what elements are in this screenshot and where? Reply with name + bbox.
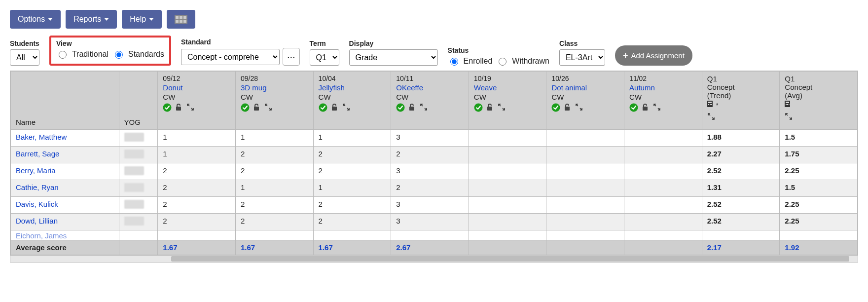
score-cell[interactable]: 2 [158, 163, 236, 180]
student-link[interactable]: Baker, Matthew [16, 133, 67, 141]
score-cell[interactable]: 1 [313, 130, 391, 147]
student-link[interactable]: Barrett, Sage [16, 150, 59, 158]
lock-open-icon[interactable] [330, 103, 339, 112]
score-cell[interactable] [469, 214, 546, 230]
average-cell [624, 240, 702, 255]
assignment-name-link[interactable]: Donut [163, 83, 182, 92]
score-cell[interactable] [469, 130, 546, 147]
view-standards-radio[interactable] [115, 51, 123, 59]
student-link[interactable]: Dowd, Lillian [16, 217, 58, 225]
lock-open-icon[interactable] [486, 103, 495, 112]
score-cell[interactable]: 2 [158, 180, 236, 197]
score-cell[interactable] [469, 180, 546, 197]
score-cell[interactable]: 2 [235, 163, 313, 180]
score-cell[interactable]: 2 [313, 163, 391, 180]
score-cell[interactable] [624, 214, 702, 230]
score-cell[interactable] [546, 197, 624, 214]
horizontal-scrollbar[interactable] [10, 255, 858, 262]
score-cell[interactable] [624, 163, 702, 180]
score-cell[interactable]: 2 [235, 147, 313, 163]
assignment-name-link[interactable]: OKeeffe [396, 83, 423, 92]
score-cell[interactable]: 2 [313, 147, 391, 163]
score-cell[interactable]: 3 [391, 130, 469, 147]
lock-open-icon[interactable] [563, 103, 572, 112]
expand-icon[interactable] [653, 103, 662, 112]
expand-icon[interactable] [264, 103, 273, 112]
grid-view-button[interactable] [167, 10, 195, 29]
add-assignment-button[interactable]: + Add Assignment [615, 45, 692, 66]
score-cell[interactable]: 2 [391, 180, 469, 197]
score-cell[interactable] [546, 214, 624, 230]
lock-open-icon[interactable] [253, 103, 261, 112]
students-select[interactable]: All [10, 49, 39, 66]
status-enrolled-radio[interactable] [450, 58, 458, 66]
score-cell[interactable] [546, 147, 624, 163]
assignment-name-link[interactable]: Jellyfish [319, 83, 345, 92]
yog-header: YOG [119, 72, 158, 130]
score-cell[interactable]: 2 [313, 214, 391, 230]
score-cell[interactable]: 2 [313, 197, 391, 214]
standard-more-button[interactable]: ··· [283, 48, 300, 66]
score-cell[interactable]: 1 [313, 180, 391, 197]
expand-icon[interactable] [575, 103, 584, 112]
score-cell[interactable] [469, 197, 546, 214]
reports-button[interactable]: Reports [66, 10, 117, 29]
score-cell[interactable] [546, 163, 624, 180]
score-cell[interactable] [469, 147, 546, 163]
expand-icon[interactable] [342, 103, 351, 112]
score-cell[interactable]: 1 [158, 147, 236, 163]
assignment-name-link[interactable]: Weave [474, 83, 497, 92]
score-cell[interactable] [624, 130, 702, 147]
score-cell[interactable]: 2 [391, 147, 469, 163]
assignment-name-link[interactable]: 3D mug [241, 83, 267, 92]
assignment-category: CW [551, 93, 619, 101]
score-cell[interactable]: 2 [158, 197, 236, 214]
score-cell[interactable]: 2 [235, 197, 313, 214]
term-select[interactable]: Q1 [310, 49, 339, 66]
score-cell[interactable]: 3 [391, 163, 469, 180]
student-link[interactable]: Cathie, Ryan [16, 183, 59, 191]
score-cell[interactable] [624, 180, 702, 197]
score-cell[interactable]: 1 [235, 180, 313, 197]
score-cell[interactable]: 2 [158, 214, 236, 230]
student-row: Berry, Maria22232.522.25 [11, 163, 858, 180]
summary-cell: 2.25 [780, 197, 858, 214]
standard-select[interactable]: Concept - comprehe [181, 49, 280, 65]
score-cell[interactable]: 3 [391, 197, 469, 214]
summary-cell: 2.25 [780, 163, 858, 180]
score-cell[interactable]: 1 [158, 130, 236, 147]
help-button[interactable]: Help [122, 10, 162, 29]
display-select[interactable]: Grade [349, 49, 438, 66]
summary-cell: 1.75 [780, 147, 858, 163]
class-select[interactable]: EL-3Art [559, 49, 605, 66]
expand-icon[interactable] [707, 113, 716, 121]
assignment-date: 09/12 [163, 75, 230, 82]
assignment-name-link[interactable]: Dot animal [551, 83, 587, 92]
score-cell[interactable] [624, 147, 702, 163]
view-traditional-radio[interactable] [59, 51, 67, 59]
score-cell[interactable]: 1 [235, 130, 313, 147]
expand-icon[interactable] [420, 103, 429, 112]
expand-icon[interactable] [186, 103, 195, 112]
score-cell[interactable]: 3 [391, 214, 469, 230]
score-cell[interactable] [546, 180, 624, 197]
status-ok-icon [241, 103, 250, 112]
assignment-name-link[interactable]: Autumn [629, 83, 655, 92]
score-cell[interactable] [624, 197, 702, 214]
lock-open-icon[interactable] [175, 103, 183, 112]
status-withdrawn-radio[interactable] [499, 58, 506, 66]
expand-icon[interactable] [498, 103, 506, 112]
scrollbar-thumb[interactable] [171, 256, 849, 262]
student-link[interactable]: Davis, Kulick [16, 200, 58, 208]
student-link[interactable]: Berry, Maria [16, 166, 56, 175]
students-label: Students [10, 39, 39, 47]
score-cell[interactable] [469, 163, 546, 180]
score-cell[interactable]: 2 [235, 214, 313, 230]
lock-open-icon[interactable] [408, 103, 417, 112]
score-cell[interactable] [546, 130, 624, 147]
lock-open-icon[interactable] [641, 103, 650, 112]
student-link[interactable]: Eichorn, James [16, 231, 67, 240]
redacted-value [124, 166, 144, 175]
expand-icon[interactable] [785, 113, 794, 121]
options-button[interactable]: Options [10, 10, 61, 29]
